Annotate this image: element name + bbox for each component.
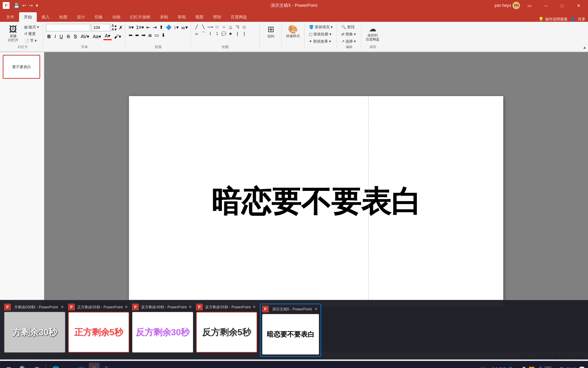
preview-item-3[interactable]: P 反方剩余30秒 - PowerPoint ✕ 反方剩余30秒 [132,304,193,357]
preview-close-5[interactable]: ✕ [313,306,319,312]
text-box-btn[interactable]: ▭ [154,32,160,39]
save-quick-btn[interactable]: 💾 [13,2,20,9]
font-color-btn[interactable]: A▾ [103,32,112,40]
select-btn[interactable]: ↗ 选择 ▾ [340,38,358,45]
tab-help[interactable]: 帮助 [208,12,226,22]
preview-item-4[interactable]: P 反方剩余55秒 - PowerPoint ✕ 反方剩余5秒 [196,304,257,357]
ribbon-collapse-btn[interactable]: ▲ [583,44,587,50]
preview-close-2[interactable]: ✕ [123,304,129,310]
shape-fill-btn[interactable]: 🪣 形状填充 ▾ [307,24,334,30]
preview-item-5[interactable]: P 演示文稿5 - PowerPoint ✕ 暗恋要不要表白 [260,304,321,357]
layout-btn[interactable]: ▤ 版式 ▾ [22,24,41,30]
reset-btn[interactable]: ↺ 重置 [22,31,41,37]
edge-btn[interactable]: 🌐 [49,363,63,368]
strikethrough-btn[interactable]: S [65,33,71,40]
justify-btn[interactable]: ≣ [147,32,153,39]
minimize-btn[interactable]: ─ [539,0,553,11]
powerpoint-btn[interactable]: P [89,363,100,368]
find-btn[interactable]: 🔍 查找 [340,24,356,30]
notification-btn[interactable]: 💬 [578,366,585,368]
slide-canvas[interactable]: 暗恋要不要表白 [129,96,503,307]
tab-design[interactable]: 设计 [72,12,90,22]
highlight-btn[interactable]: 🖌▾ [113,33,122,40]
shape-tri[interactable]: △ [228,24,234,30]
replace-btn[interactable]: ⇄ 替换 ▾ [340,31,358,37]
undo-quick-btn[interactable]: ↩ [21,2,27,9]
tray-weather[interactable]: 9°C 多云 [492,367,507,368]
pinyin-icon[interactable]: 拼 [559,366,564,368]
shape-curve[interactable]: ⌒ [200,31,207,37]
tab-review[interactable]: 审阅 [173,12,191,22]
customize-quick-btn[interactable]: ▾ [35,2,39,9]
preview-close-3[interactable]: ✕ [187,304,193,310]
ie-btn[interactable]: 𝔢 [64,363,74,368]
bullet-list-btn[interactable]: ≡▾ [128,24,134,31]
tab-draw[interactable]: 绘图 [54,12,72,22]
shape-circle[interactable]: ○ [221,24,227,30]
maximize-btn[interactable]: □ [555,0,569,11]
tab-baidu[interactable]: 百度网盘 [226,12,252,22]
char-spacing-btn[interactable]: AV▾ [79,33,91,40]
search-command[interactable]: 操作说明搜索 [545,17,568,22]
section-btn[interactable]: 📑 节 ▾ [22,37,41,44]
decrease-indent-btn[interactable]: ⇤ [146,24,151,31]
convert-smartart-btn[interactable]: 🔷 [165,24,172,31]
bold-btn[interactable]: B [46,33,52,40]
task-view-btn[interactable]: ⧉ [32,363,43,368]
change-case-btn[interactable]: Aa▾ [92,33,102,40]
shape-rect[interactable]: □ [214,24,220,30]
shape-para[interactable]: ▱ [194,31,200,37]
shape-connector[interactable]: ⤵ [214,31,220,37]
slide-main-text[interactable]: 暗恋要不要表白 [211,182,421,222]
quick-style-btn[interactable]: 🎨 快速样式 [284,24,301,39]
shape-rtri[interactable]: ◹ [234,24,241,30]
tab-animation[interactable]: 动画 [108,12,125,22]
shape-effect-btn[interactable]: ✦ 形状效果 ▾ [307,38,333,45]
shape-outline-btn[interactable]: ▢ 形状轮廓 ▾ [307,31,333,37]
shape-brace2[interactable]: } [241,31,247,37]
ime-icon[interactable]: 中 [544,366,552,368]
slide-thumbnail-1[interactable]: 要不要表白 [3,55,40,79]
align-center-btn[interactable]: ⬌ [134,32,140,39]
numbered-list-btn[interactable]: 1≡▾ [135,24,145,31]
new-slide-btn[interactable]: 🖼 新建幻灯片 [5,24,22,43]
shadow-btn[interactable]: S [72,33,78,40]
font-size-up-btn[interactable]: A▲ [112,24,117,28]
tray-ai-label[interactable]: Ai [480,367,486,368]
shape-star[interactable]: ★ [228,31,234,37]
shape-callout[interactable]: 💬 [221,31,227,37]
word-btn[interactable]: W [75,363,87,368]
tab-insert[interactable]: 插入 [37,12,54,22]
share-label[interactable]: 共享 [578,17,585,22]
preview-close-4[interactable]: ✕ [251,304,257,310]
close-btn[interactable]: ✕ [572,0,585,11]
tab-home[interactable]: 开始 [19,12,37,22]
teams-btn[interactable]: T [101,363,112,368]
preview-item-1[interactable]: P 方剩余030秒 - PowerPoint ✕ 方剩余30秒 [4,304,65,357]
search-btn[interactable]: 🔍 [16,363,30,368]
preview-item-2[interactable]: P 正方剩余55秒 - PowerPoint ✕ 正方剩余5秒 [68,304,129,357]
italic-btn[interactable]: I [53,33,57,40]
clock[interactable]: 20:10 [566,367,576,368]
align-left-btn[interactable]: ⬅ [128,32,133,39]
arrange-btn[interactable]: ⊞ 排列 [262,24,279,40]
underline-btn[interactable]: U [58,33,64,40]
shape-line2[interactable]: ╲ [200,24,207,30]
tab-slideshow[interactable]: 幻灯片放映 [125,12,155,22]
shape-line[interactable]: ╱ [194,24,200,30]
line-spacing-btn[interactable]: ↕▾ [173,24,179,31]
font-size-input[interactable]: 104 [92,24,110,31]
increase-indent-btn[interactable]: ⇥ [152,24,158,31]
shape-brace[interactable]: { [234,31,241,37]
shape-diamond[interactable]: ◇ [241,24,247,30]
speaker-icon[interactable]: 🔊 [537,367,542,368]
clear-format-btn[interactable]: ✗ [119,25,123,30]
tab-record[interactable]: 录制 [155,12,173,22]
text-direction2-btn[interactable]: ⬇ [161,32,166,39]
align-right-btn[interactable]: ➡ [141,32,146,39]
redo-quick-btn[interactable]: ↪ [28,2,34,9]
columns-btn[interactable]: ⚌▾ [180,24,189,31]
user-info[interactable]: yan heyu YH [494,2,520,9]
tab-view[interactable]: 视图 [191,12,208,22]
shape-freeform[interactable]: ⌇ [207,31,213,37]
